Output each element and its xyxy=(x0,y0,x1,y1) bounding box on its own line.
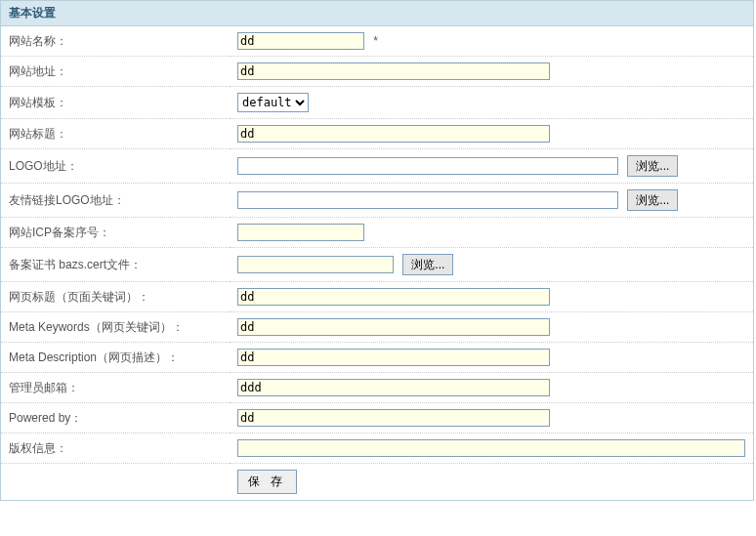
input-friend-logo-url[interactable] xyxy=(237,191,618,209)
required-mark: * xyxy=(373,34,378,48)
label-copyright: 版权信息： xyxy=(1,433,230,464)
label-logo-url: LOGO地址： xyxy=(1,149,230,184)
browse-cert-button[interactable]: 浏览... xyxy=(402,254,453,275)
input-logo-url[interactable] xyxy=(237,157,618,175)
panel-title: 基本设置 xyxy=(1,1,753,26)
input-page-title[interactable] xyxy=(237,288,550,306)
label-cert-file: 备案证书 bazs.cert文件： xyxy=(1,248,230,282)
row-site-name: 网站名称： * xyxy=(1,26,753,57)
input-site-title[interactable] xyxy=(237,125,550,143)
label-page-title: 网页标题（页面关键词）： xyxy=(1,282,230,312)
label-admin-email: 管理员邮箱： xyxy=(1,373,230,403)
label-site-title: 网站标题： xyxy=(1,119,230,149)
row-actions: 保 存 xyxy=(1,464,753,501)
label-site-url: 网站地址： xyxy=(1,57,230,87)
label-icp: 网站ICP备案序号： xyxy=(1,218,230,248)
input-meta-keywords[interactable] xyxy=(237,318,550,336)
row-powered-by: Powered by： xyxy=(1,403,753,433)
row-admin-email: 管理员邮箱： xyxy=(1,373,753,403)
input-site-name[interactable] xyxy=(237,32,364,50)
input-powered-by[interactable] xyxy=(237,409,550,427)
label-site-name: 网站名称： xyxy=(1,26,230,57)
input-icp[interactable] xyxy=(237,224,364,241)
label-site-template: 网站模板： xyxy=(1,87,230,119)
row-site-template: 网站模板： default xyxy=(1,87,753,119)
label-powered-by: Powered by： xyxy=(1,403,230,433)
label-meta-description: Meta Description（网页描述）： xyxy=(1,343,230,373)
label-friend-logo-url: 友情链接LOGO地址： xyxy=(1,184,230,218)
input-copyright[interactable] xyxy=(237,439,745,457)
save-button[interactable]: 保 存 xyxy=(237,470,297,494)
input-meta-description[interactable] xyxy=(237,349,550,366)
browse-friend-logo-button[interactable]: 浏览... xyxy=(627,189,678,211)
select-site-template[interactable]: default xyxy=(237,93,309,112)
row-site-url: 网站地址： xyxy=(1,57,753,87)
browse-logo-button[interactable]: 浏览... xyxy=(627,155,678,177)
row-logo-url: LOGO地址： 浏览... xyxy=(1,149,753,184)
row-copyright: 版权信息： xyxy=(1,433,753,464)
input-site-url[interactable] xyxy=(237,62,550,80)
input-cert-file[interactable] xyxy=(237,256,394,273)
input-admin-email[interactable] xyxy=(237,379,550,396)
row-cert-file: 备案证书 bazs.cert文件： 浏览... xyxy=(1,248,753,282)
label-meta-keywords: Meta Keywords（网页关键词）： xyxy=(1,312,230,343)
row-page-title: 网页标题（页面关键词）： xyxy=(1,282,753,312)
settings-panel: 基本设置 网站名称： * 网站地址： 网站模板： default 网站标题： xyxy=(0,0,754,501)
row-meta-keywords: Meta Keywords（网页关键词）： xyxy=(1,312,753,343)
row-meta-description: Meta Description（网页描述）： xyxy=(1,343,753,373)
row-friend-logo-url: 友情链接LOGO地址： 浏览... xyxy=(1,184,753,218)
settings-form: 网站名称： * 网站地址： 网站模板： default 网站标题： LOGO地址… xyxy=(1,26,753,500)
row-icp: 网站ICP备案序号： xyxy=(1,218,753,248)
row-site-title: 网站标题： xyxy=(1,119,753,149)
